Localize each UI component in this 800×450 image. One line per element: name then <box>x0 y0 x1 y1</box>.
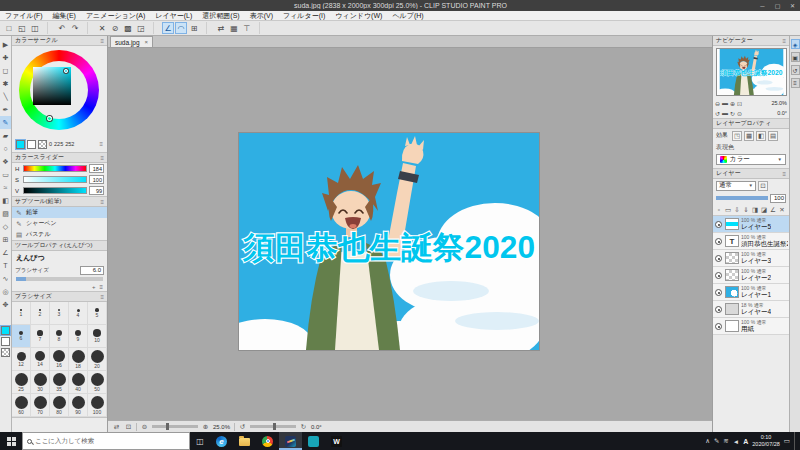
layer-panel-menu-icon[interactable]: ≡ <box>782 171 786 177</box>
brush-size-30[interactable]: 30 <box>31 371 50 394</box>
history-palette-icon[interactable]: ↺ <box>791 65 800 75</box>
close-tab-icon[interactable]: × <box>145 39 149 45</box>
text-tool-icon[interactable]: T <box>0 259 11 272</box>
taskbar-app-edge[interactable]: e <box>210 432 233 450</box>
property-settings-icon[interactable]: ≡ <box>99 284 103 290</box>
nav-zoom-slider[interactable]: ▬ <box>722 100 728 107</box>
eraser-tool-icon[interactable]: ▭ <box>0 168 11 181</box>
s-slider[interactable] <box>23 176 87 183</box>
brush-size-3[interactable]: 3 <box>50 302 69 325</box>
selection-area-tool-icon[interactable]: ◻ <box>0 64 11 77</box>
network-icon[interactable]: ≋ <box>723 437 728 445</box>
ime-indicator[interactable]: A <box>743 438 748 445</box>
tone-effect-icon[interactable]: ▦ <box>744 131 754 141</box>
v-slider[interactable] <box>23 187 87 194</box>
figure-tool-icon[interactable]: ◇ <box>0 220 11 233</box>
brush-size-50[interactable]: 50 <box>88 371 107 394</box>
scale-rotate-icon[interactable]: ◲ <box>135 22 147 34</box>
layer-visibility-icon[interactable] <box>715 272 722 279</box>
canvas-viewport[interactable]: 須田恭也生誕祭2020 + <box>108 48 712 420</box>
brush-size-input[interactable]: 6.0 <box>80 266 104 275</box>
undo-icon[interactable]: ↶ <box>56 22 68 34</box>
zoom-slider-knob[interactable] <box>166 423 169 430</box>
airbrush-tool-icon[interactable]: ○ <box>0 142 11 155</box>
taskbar-clock[interactable]: 0:10 2020/07/28 <box>752 434 780 448</box>
nav-rotate-slider[interactable]: ▬ <box>722 110 728 117</box>
layer-row[interactable]: 100 % 通常用紙 <box>713 318 789 335</box>
taskbar-app-clip-studio[interactable] <box>302 432 325 450</box>
new-file-icon[interactable]: □ <box>3 22 15 34</box>
delete-layer-icon[interactable]: ✕ <box>778 205 786 215</box>
pen-tablet-icon[interactable]: ✎ <box>714 437 719 445</box>
information-palette-icon[interactable]: ≡ <box>791 78 800 88</box>
layer-row[interactable]: 100 % 通常レイヤー5 <box>713 216 789 233</box>
start-button[interactable] <box>0 432 22 450</box>
menu-item-help[interactable]: ヘルプ(H) <box>387 11 428 21</box>
brush-size-1[interactable]: 1 <box>12 302 31 325</box>
transfer-down-icon[interactable]: ⇩ <box>733 205 741 215</box>
minimize-button[interactable]: ─ <box>755 0 770 11</box>
layer-move-tool-icon[interactable]: ✚ <box>0 51 11 64</box>
brush-tool-icon[interactable]: ▰ <box>0 129 11 142</box>
snap-to-special-ruler-icon[interactable]: ◠ <box>175 22 187 34</box>
color-wheel-menu-icon[interactable]: ≡ <box>100 38 104 44</box>
maximize-button[interactable]: ▢ <box>770 0 785 11</box>
brush-size-35[interactable]: 35 <box>50 371 69 394</box>
brush-size-12[interactable]: 12 <box>12 348 31 371</box>
menu-item-select[interactable]: 選択範囲(S) <box>197 11 244 21</box>
hidden-icons-chevron[interactable]: ∧ <box>705 437 710 445</box>
brush-size-90[interactable]: 90 <box>69 394 88 417</box>
line-correction-tool-icon[interactable]: ∿ <box>0 272 11 285</box>
decoration-tool-icon[interactable]: ❖ <box>0 155 11 168</box>
h-value[interactable]: 184 <box>89 164 104 173</box>
layer-lock-icon[interactable]: ⊡ <box>758 181 768 191</box>
layer-visibility-icon[interactable] <box>715 255 722 262</box>
flip-horizontal-icon[interactable]: ⇄ <box>112 423 121 431</box>
show-ruler-icon[interactable]: ⊤ <box>241 22 253 34</box>
layer-row[interactable]: 100 % 通常レイヤー1 <box>713 284 789 301</box>
menu-item-animation[interactable]: アニメーション(A) <box>81 11 150 21</box>
gradient-tool-icon[interactable]: ▨ <box>0 207 11 220</box>
nav-rotate-ccw-icon[interactable]: ↺ <box>715 110 720 117</box>
expression-color-dropdown[interactable]: カラー ▼ <box>716 154 786 165</box>
opacity-slider[interactable] <box>716 196 768 200</box>
show-desktop-button[interactable] <box>794 432 798 450</box>
brush-size-16[interactable]: 16 <box>50 348 69 371</box>
taskbar-app-wacom[interactable]: W <box>325 432 348 450</box>
nav-rotate-cw-icon[interactable]: ↻ <box>730 110 735 117</box>
navigator-thumbnail[interactable] <box>717 49 786 95</box>
main-color-chip[interactable] <box>16 140 25 149</box>
layer-ruler-icon[interactable]: ∠ <box>769 205 777 215</box>
h-slider[interactable] <box>23 165 87 172</box>
layer-color-icon[interactable]: ◧ <box>756 131 766 141</box>
rotate-cw-icon[interactable]: ↻ <box>299 423 308 431</box>
nav-zoom-out-icon[interactable]: ⊖ <box>715 100 720 107</box>
show-grid-icon[interactable]: ▦ <box>228 22 240 34</box>
ruler-tool-icon[interactable]: ∠ <box>0 246 11 259</box>
nav-fit-window-icon[interactable]: ⊡ <box>737 100 742 107</box>
snap-to-grid-icon[interactable]: ⊞ <box>188 22 200 34</box>
brush-size-9[interactable]: 9 <box>69 325 88 348</box>
delete-icon[interactable]: ✕ <box>96 22 108 34</box>
brush-size-4[interactable]: 4 <box>69 302 88 325</box>
brush-size-6[interactable]: 6 <box>12 325 31 348</box>
close-button[interactable]: ✕ <box>785 0 800 11</box>
new-raster-layer-icon[interactable]: ▫ <box>715 205 723 215</box>
fill-tool-icon[interactable]: ◧ <box>0 194 11 207</box>
blend-tool-icon[interactable]: ≈ <box>0 181 11 194</box>
material-palette-icon[interactable]: ▣ <box>791 52 800 62</box>
brush-size-menu-icon[interactable]: ≡ <box>100 294 104 300</box>
subtool-menu-icon[interactable]: ≡ <box>100 199 104 205</box>
task-view-button[interactable]: ◫ <box>190 432 210 450</box>
layer-visibility-icon[interactable] <box>715 238 722 245</box>
menu-item-filter[interactable]: フィルター(I) <box>278 11 330 21</box>
canvas-artwork[interactable]: 須田恭也生誕祭2020 <box>239 133 539 350</box>
layer-visibility-icon[interactable] <box>715 306 722 313</box>
taskbar-app-clip-studio-paint[interactable] <box>279 432 302 450</box>
hue-marker[interactable] <box>47 116 52 121</box>
move-tool-icon[interactable]: ✥ <box>0 298 11 311</box>
action-center-icon[interactable]: ▭ <box>784 437 790 445</box>
menu-item-window[interactable]: ウィンドウ(W) <box>330 11 387 21</box>
document-tab[interactable]: suda.jpg × <box>110 36 153 47</box>
pencil-tool-icon[interactable]: ✎ <box>0 116 11 129</box>
